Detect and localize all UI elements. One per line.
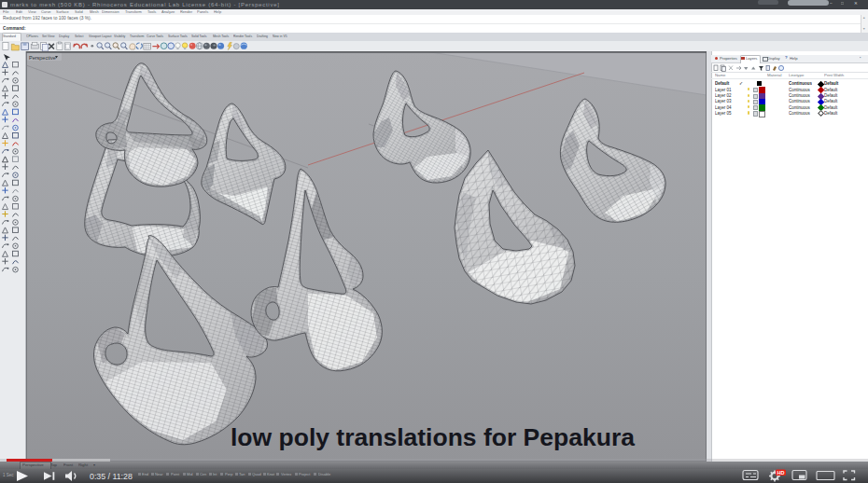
svg-text:Perspective: Perspective: [29, 55, 56, 61]
svg-text:HD: HD: [777, 470, 785, 476]
svg-text:low poly translations for Pepa: low poly translations for Pepakura: [231, 423, 635, 451]
